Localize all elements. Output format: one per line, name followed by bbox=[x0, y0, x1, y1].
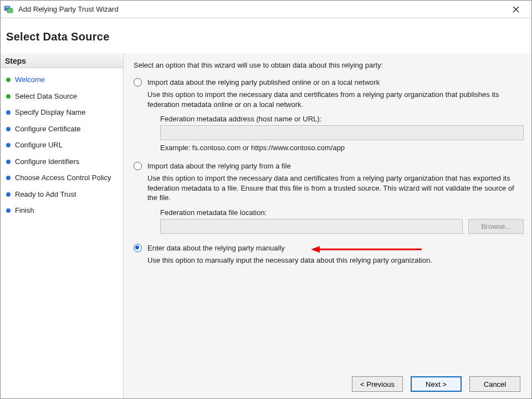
step-item[interactable]: Configure Certificate bbox=[1, 121, 123, 137]
previous-button[interactable]: < Previous bbox=[352, 376, 403, 392]
step-dot-icon bbox=[6, 208, 11, 213]
step-label: Configure Certificate bbox=[15, 124, 81, 134]
step-label: Configure URL bbox=[15, 140, 63, 150]
option-import-online: Import data about the relying party publ… bbox=[134, 78, 524, 152]
wizard-window: Add Relying Party Trust Wizard Select Da… bbox=[0, 0, 532, 399]
window-title: Add Relying Party Trust Wizard bbox=[18, 5, 504, 13]
step-item[interactable]: Choose Access Control Policy bbox=[1, 170, 123, 186]
step-dot-icon bbox=[6, 127, 11, 131]
option-enter-manual-desc: Use this option to manually input the ne… bbox=[147, 255, 524, 265]
step-item[interactable]: Configure Identifiers bbox=[1, 154, 123, 170]
option-import-online-desc: Use this option to import the necessary … bbox=[147, 90, 524, 109]
step-label: Welcome bbox=[15, 75, 45, 85]
steps-pane: Steps WelcomeSelect Data SourceSpecify D… bbox=[1, 53, 124, 398]
step-dot-icon bbox=[6, 78, 11, 82]
radio-import-online-label[interactable]: Import data about the relying party publ… bbox=[147, 78, 380, 86]
step-label: Select Data Source bbox=[15, 91, 77, 101]
step-dot-icon bbox=[6, 192, 11, 197]
browse-button[interactable]: Browse... bbox=[468, 219, 524, 234]
step-dot-icon bbox=[6, 176, 11, 180]
metadata-url-example: Example: fs.contoso.com or https://www.c… bbox=[160, 144, 524, 152]
radio-enter-manual[interactable] bbox=[134, 244, 142, 252]
step-label: Specify Display Name bbox=[15, 108, 85, 117]
intro-text: Select an option that this wizard will u… bbox=[134, 61, 524, 69]
wizard-button-bar: < Previous Next > Cancel bbox=[134, 367, 524, 394]
titlebar: Add Relying Party Trust Wizard bbox=[1, 1, 531, 18]
step-dot-icon bbox=[6, 143, 11, 147]
option-import-file: Import data about the relying party from… bbox=[134, 162, 524, 234]
step-dot-icon bbox=[6, 94, 11, 99]
metadata-url-input[interactable] bbox=[160, 125, 524, 140]
radio-import-online[interactable] bbox=[134, 78, 142, 86]
app-icon bbox=[4, 4, 14, 14]
steps-header: Steps bbox=[1, 53, 123, 68]
close-button[interactable] bbox=[504, 1, 528, 18]
svg-rect-1 bbox=[7, 8, 13, 13]
cancel-button[interactable]: Cancel bbox=[469, 376, 520, 392]
step-item[interactable]: Finish bbox=[1, 202, 123, 219]
step-label: Choose Access Control Policy bbox=[15, 173, 111, 183]
content-pane: Select an option that this wizard will u… bbox=[124, 53, 531, 398]
step-dot-icon bbox=[6, 160, 11, 164]
next-button[interactable]: Next > bbox=[411, 376, 462, 392]
option-import-file-desc: Use this option to import the necessary … bbox=[147, 173, 524, 203]
svg-rect-2 bbox=[6, 7, 9, 7]
step-label: Configure Identifiers bbox=[15, 157, 79, 167]
page-title: Select Data Source bbox=[1, 18, 531, 53]
metadata-file-input[interactable] bbox=[160, 219, 463, 234]
step-item[interactable]: Select Data Source bbox=[1, 88, 123, 105]
step-label: Ready to Add Trust bbox=[15, 190, 76, 200]
metadata-file-label: Federation metadata file location: bbox=[160, 208, 524, 217]
step-item[interactable]: Configure URL bbox=[1, 137, 123, 154]
step-item[interactable]: Specify Display Name bbox=[1, 104, 123, 121]
radio-enter-manual-label[interactable]: Enter data about the relying party manua… bbox=[147, 244, 285, 252]
step-item[interactable]: Welcome bbox=[1, 71, 123, 88]
metadata-url-label: Federation metadata address (host name o… bbox=[160, 115, 524, 123]
radio-import-file[interactable] bbox=[134, 162, 142, 170]
steps-list: WelcomeSelect Data SourceSpecify Display… bbox=[1, 68, 123, 222]
step-label: Finish bbox=[15, 206, 34, 216]
step-item[interactable]: Ready to Add Trust bbox=[1, 186, 123, 203]
step-dot-icon bbox=[6, 110, 11, 115]
radio-import-file-label[interactable]: Import data about the relying party from… bbox=[147, 162, 291, 170]
option-enter-manual: Enter data about the relying party manua… bbox=[134, 244, 524, 270]
wizard-body: Steps WelcomeSelect Data SourceSpecify D… bbox=[1, 53, 531, 398]
